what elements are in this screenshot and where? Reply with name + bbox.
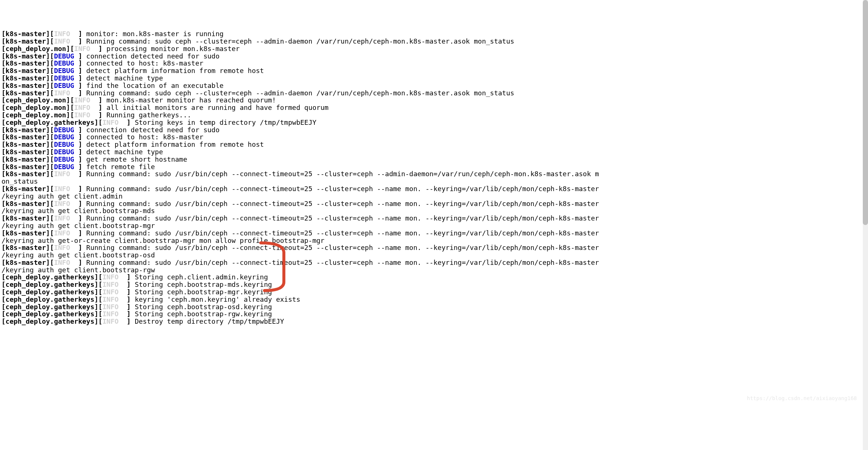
log-message: get remote short hostname xyxy=(86,155,187,163)
bracket-open: [ xyxy=(50,163,54,171)
bracket-close: ] xyxy=(74,229,86,237)
log-message: Storing ceph.bootstrap-mds.keyring xyxy=(135,281,272,288)
log-source: k8s-master xyxy=(6,200,46,207)
bracket-close: ] xyxy=(46,214,50,222)
bracket-open: [ xyxy=(50,185,54,193)
vertical-scrollbar[interactable] xyxy=(863,0,868,407)
bracket-close: ] xyxy=(74,89,86,97)
scrollbar-thumb[interactable] xyxy=(863,0,868,225)
log-source: k8s-master xyxy=(6,148,46,156)
bracket-close: ] xyxy=(94,111,107,119)
log-source: ceph_deploy.gatherkeys xyxy=(6,273,94,281)
log-line: [k8s-master][DEBUG ] detect machine type xyxy=(1,148,867,156)
bracket-open: [ xyxy=(1,74,6,82)
bracket-open: [ xyxy=(70,96,74,104)
bracket-open: [ xyxy=(50,37,54,45)
bracket-open: [ xyxy=(98,273,102,281)
log-level: INFO xyxy=(74,104,94,111)
bracket-open: [ xyxy=(98,118,102,126)
log-message: fetch remote file xyxy=(86,163,155,171)
bracket-close: ] xyxy=(74,82,86,89)
bracket-close: ] xyxy=(94,273,98,281)
bracket-open: [ xyxy=(1,67,6,75)
log-message-continuation: /keyring auth get client.bootstrap-mds xyxy=(1,207,155,215)
log-line: [ceph_deploy.gatherkeys][INFO ] Storing … xyxy=(1,281,867,288)
log-source: k8s-master xyxy=(6,89,46,97)
log-line-continuation: /keyring auth get-or-create client.boots… xyxy=(1,237,867,244)
bracket-open: [ xyxy=(50,52,54,60)
bracket-open: [ xyxy=(50,200,54,207)
log-source: k8s-master xyxy=(6,170,46,178)
bracket-close: ] xyxy=(46,37,50,45)
bracket-open: [ xyxy=(1,259,6,266)
bracket-open: [ xyxy=(1,229,6,237)
log-line: [ceph_deploy.mon][INFO ] processing moni… xyxy=(1,45,867,53)
bracket-close: ] xyxy=(123,310,135,318)
bracket-open: [ xyxy=(50,229,54,237)
bracket-open: [ xyxy=(98,317,102,325)
log-line: [k8s-master][DEBUG ] find the location o… xyxy=(1,82,867,89)
bracket-close: ] xyxy=(66,45,70,53)
bracket-close: ] xyxy=(123,303,135,311)
log-line: [ceph_deploy.mon][INFO ] Running gatherk… xyxy=(1,111,867,119)
bracket-close: ] xyxy=(74,126,86,134)
bracket-close: ] xyxy=(74,185,86,193)
log-message: Destroy temp directory /tmp/tmpwbEEJY xyxy=(135,317,284,325)
log-line: [ceph_deploy.gatherkeys][INFO ] Destroy … xyxy=(1,318,867,325)
log-source: k8s-master xyxy=(6,30,46,38)
bracket-close: ] xyxy=(66,96,70,104)
bracket-close: ] xyxy=(123,295,135,303)
log-source: k8s-master xyxy=(6,244,46,251)
log-message: detect platform information from remote … xyxy=(86,140,264,148)
bracket-open: [ xyxy=(50,74,54,82)
bracket-open: [ xyxy=(1,295,6,303)
log-line: [k8s-master][DEBUG ] get remote short ho… xyxy=(1,156,867,163)
bracket-open: [ xyxy=(50,82,54,89)
log-message: Running command: sudo /usr/bin/ceph --co… xyxy=(86,244,599,251)
bracket-open: [ xyxy=(1,133,6,141)
log-message: Running command: sudo ceph --cluster=cep… xyxy=(86,89,514,97)
log-message: Storing ceph.bootstrap-rgw.keyring xyxy=(135,310,272,318)
log-level: INFO xyxy=(102,118,123,126)
bracket-open: [ xyxy=(70,104,74,111)
log-message: monitor: mon.k8s-master is running xyxy=(86,30,224,38)
log-source: ceph_deploy.gatherkeys xyxy=(6,303,94,311)
log-message: Running command: sudo /usr/bin/ceph --co… xyxy=(86,200,599,207)
log-source: k8s-master xyxy=(6,82,46,89)
log-line-continuation: on_status xyxy=(1,178,867,185)
log-message-continuation: on_status xyxy=(1,177,38,185)
log-source: ceph_deploy.gatherkeys xyxy=(6,281,94,288)
log-line: [k8s-master][INFO ] Running command: sud… xyxy=(1,229,867,237)
log-source: ceph_deploy.mon xyxy=(6,104,66,111)
log-line: [k8s-master][DEBUG ] connected to host: … xyxy=(1,133,867,141)
log-source: k8s-master xyxy=(6,185,46,193)
bracket-close: ] xyxy=(94,288,98,296)
bracket-close: ] xyxy=(46,229,50,237)
log-level: INFO xyxy=(54,89,74,97)
bracket-close: ] xyxy=(46,133,50,141)
log-line: [k8s-master][INFO ] Running command: sud… xyxy=(1,259,867,266)
bracket-close: ] xyxy=(46,74,50,82)
log-source: ceph_deploy.gatherkeys xyxy=(6,317,94,325)
bracket-open: [ xyxy=(1,200,6,207)
bracket-close: ] xyxy=(46,148,50,156)
bracket-close: ] xyxy=(46,67,50,75)
bracket-close: ] xyxy=(123,288,135,296)
log-level: DEBUG xyxy=(54,140,74,148)
bracket-open: [ xyxy=(1,37,6,45)
log-message: connected to host: k8s-master xyxy=(86,59,203,67)
log-line: [k8s-master][DEBUG ] fetch remote file xyxy=(1,163,867,171)
log-level: DEBUG xyxy=(54,155,74,163)
log-message: Running command: sudo /usr/bin/ceph --co… xyxy=(86,185,599,193)
bracket-close: ] xyxy=(46,52,50,60)
log-message: Storing keys in temp directory /tmp/tmpw… xyxy=(135,118,317,126)
log-level: INFO xyxy=(54,214,74,222)
log-message: connection detected need for sudo xyxy=(86,126,220,134)
log-level: INFO xyxy=(54,229,74,237)
bracket-close: ] xyxy=(74,170,86,178)
bracket-close: ] xyxy=(74,30,86,38)
bracket-open: [ xyxy=(50,126,54,134)
log-line: [k8s-master][DEBUG ] connected to host: … xyxy=(1,60,867,67)
bracket-open: [ xyxy=(98,295,102,303)
log-level: DEBUG xyxy=(54,67,74,75)
